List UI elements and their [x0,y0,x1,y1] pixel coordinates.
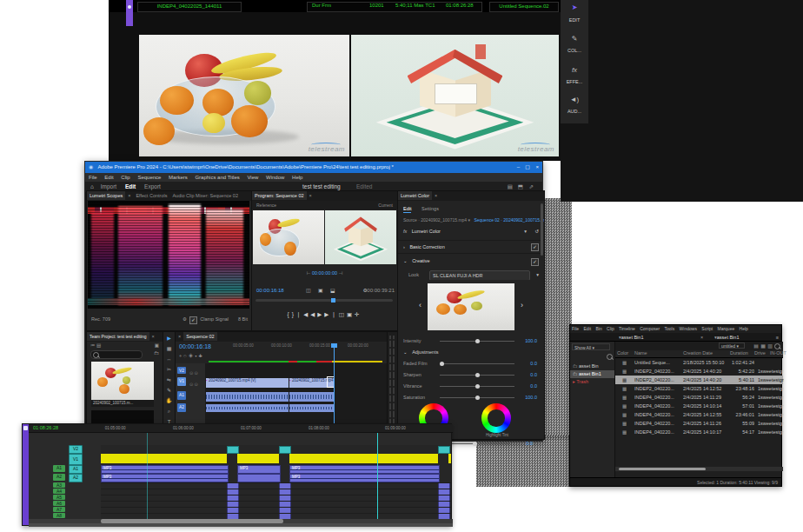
bin-scrollbar[interactable] [615,467,783,471]
tab-export[interactable]: Export [144,183,161,190]
safe-margins-icon[interactable]: ▣ [318,285,323,296]
col-duration[interactable]: Duration [730,350,748,356]
bin-row[interactable]: ▦ Untitled Seque... 2/18/2025 15:50:10 1… [615,358,783,367]
track-toggle-icons[interactable]: ⊙ ⊙⊙ ⊙ [189,368,202,411]
lift-icon[interactable]: ◫ [339,311,347,317]
script-view-icon[interactable]: ▥ [767,342,773,350]
home-icon[interactable]: ⌂ [90,183,94,190]
track-v2[interactable]: V2 [177,367,186,374]
close-button[interactable]: × [535,162,539,173]
bin-row[interactable]: ▦ INDEP2_040220... 2/4/2025 14:40:20 5:4… [615,367,783,376]
col-drive[interactable]: Drive [754,350,766,356]
track-v1[interactable]: V1 [177,377,186,386]
v2-clip[interactable] [227,446,239,454]
sequence-position-tc[interactable]: 00:00:16:18 [179,343,211,349]
slider-value[interactable]: 0.0 [518,383,537,389]
rgb-waveform-scope[interactable] [88,201,249,309]
tab-sequence-02[interactable]: Sequence 02 [183,332,216,341]
menu-graphics[interactable]: Graphics and Titles [195,175,239,180]
comparison-view-icon[interactable]: ◫ [306,285,311,296]
video-clip-1[interactable]: ▪ 20240902_100715.mp4 [V] [205,377,290,389]
basic-correction-header[interactable]: › Basic Correction ✓ [398,240,544,254]
lumetri-tab-close-icon[interactable]: × [432,191,440,200]
program-current-frame[interactable] [325,210,396,264]
a2-clip[interactable]: MP3 [101,474,229,482]
source-dropdown-icon[interactable]: ▾ [468,217,471,223]
subtab-settings[interactable]: Settings [421,206,439,211]
sequence-playhead-marker[interactable] [331,343,337,348]
scope-settings-wrench-icon[interactable]: ⚙ [182,309,187,329]
menu-clip[interactable]: Clip [121,175,129,180]
avid-lanes[interactable]: MP3 MP3 MP3 MP3 MP3 [101,445,451,519]
bin-menu-file[interactable]: File [572,326,579,331]
creative-caret-icon[interactable]: ⌄ [403,258,408,263]
basic-correction-checkbox[interactable]: ✓ [531,243,539,251]
maximize-button[interactable]: ▢ [525,162,530,173]
a1-clip[interactable]: MP3 [101,465,229,474]
tab-lumetri-color[interactable]: Lumetri Color [398,191,432,200]
go-to-in-icon[interactable]: ❘◀ [296,311,310,317]
bin-menu-tools[interactable]: Tools [665,326,675,331]
frame-view-icon[interactable]: ▦ [760,342,766,350]
bin-menu-composer[interactable]: Composer [640,326,660,331]
bin-row[interactable]: ▦ INDEP4_040220... 2/4/2025 14:10:14 57:… [615,402,783,410]
bin-sidebar-search-icon[interactable] [607,354,613,360]
extract-icon[interactable]: ▣ [347,311,355,317]
export-frame-button-icon[interactable]: ✛ [355,311,362,317]
col-color[interactable]: Color [617,350,628,356]
look-prev-arrow-icon[interactable]: ‹ [419,301,421,309]
rec-track-v1[interactable]: V1 [69,454,83,465]
bin-tab-right[interactable]: ▾ asset Bin1 [714,333,770,342]
bin-search-icon[interactable] [774,343,780,349]
col-creation-date[interactable]: Creation Date [683,350,713,356]
audio-clip-1[interactable] [205,391,290,402]
v1-clip[interactable] [289,454,438,463]
project-tab-close-icon[interactable]: × [149,332,157,341]
menu-view[interactable]: View [247,175,258,180]
src-track-a1[interactable]: A1 [53,465,65,472]
adjustments-header[interactable]: ⌄ Adjustments [398,348,544,357]
menu-sequence[interactable]: Sequence [137,175,161,180]
export-frame-icon[interactable]: ⬓ [330,285,335,296]
bit-depth-select[interactable]: 8 Bit [238,309,248,329]
effect-name[interactable]: Lumetri Color [412,229,441,234]
slider-value[interactable]: 0.0 [518,361,537,366]
source-monitor-video[interactable]: telestream [139,35,349,156]
slider-value[interactable]: 100.0 [518,395,537,400]
look-dropdown-icon[interactable]: ▾ [536,269,539,280]
v1-clip[interactable] [448,454,451,463]
src-track-a5[interactable]: A5 [53,495,65,500]
bin-menu-edit[interactable]: Edit [583,326,591,331]
project-settings-icon[interactable]: ▣ [155,342,159,349]
tab-import[interactable]: Import [101,183,116,190]
bin-row[interactable]: ▦ INDEP4_040220... 2/4/2025 14:12:55 23:… [615,410,783,419]
sidebar-item-asset-bin[interactable]: 🗀 asset Bin [570,362,614,370]
src-track-a2[interactable]: A2 [53,474,65,481]
color-brush-icon[interactable]: ✎ [561,35,588,43]
sharpen-slider[interactable]: Sharpen 0.0 [403,369,537,380]
a1-clip[interactable]: MP3 [289,465,440,474]
icon-view-icon[interactable]: ▤ [96,342,101,348]
program-tab-close-icon[interactable]: × [307,191,315,200]
bin-tab-menu-icon[interactable]: ≡ [776,333,779,342]
src-track-a7[interactable]: A7 [53,507,65,512]
col-in-out[interactable]: IN-OUT [770,350,786,356]
text-view-icon[interactable]: ▤ [753,342,759,350]
tab-team-project[interactable]: Team Project: test test editing [87,332,149,341]
goto-in-icon[interactable]: ⊢ [307,270,311,276]
creative-checkbox[interactable]: ✓ [531,258,539,266]
hand-tool-icon[interactable]: ✋ [163,396,175,406]
razor-tool-icon[interactable]: ✂ [163,365,175,375]
vibrance-slider[interactable]: Vibrance 0.0 [403,381,537,391]
look-preview-thumb[interactable]: ‹ › [428,283,514,330]
look-select[interactable]: SL CLEAN FUJI A HDR [429,270,530,280]
window-edge-tab[interactable] [126,0,133,26]
sequence-ruler[interactable]: 00:00:05:00 00:00:10:00 00:00:15:00 00:0… [209,343,382,352]
bin-menu-windows[interactable]: Windows [680,326,697,331]
program-reference-frame[interactable] [253,210,324,264]
creative-header[interactable]: ⌄ Creative ✓ [398,256,544,267]
bin-row[interactable]: ▦ INDEP4_040220... 2/4/2025 14:11:26 55:… [615,419,783,428]
rail-item-effects[interactable]: EFFE... [561,79,588,84]
bin-menu-timeline[interactable]: Timeline [619,326,635,331]
v1-clip[interactable] [101,454,227,463]
